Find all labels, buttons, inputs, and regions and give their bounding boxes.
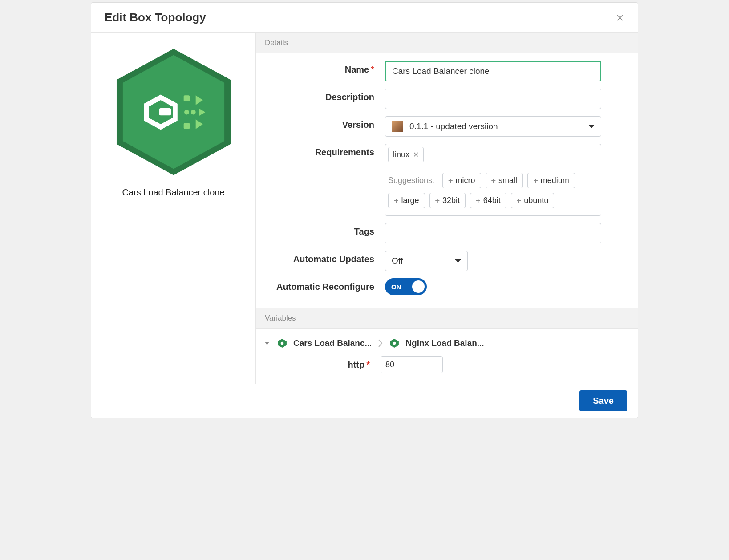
chevron-down-icon xyxy=(588,125,595,128)
label-http: http* xyxy=(265,360,381,370)
plus-icon: + xyxy=(394,197,399,205)
box-mini-icon xyxy=(277,338,287,348)
suggestion-32bit[interactable]: +32bit xyxy=(429,193,466,208)
edit-box-topology-modal: Edit Box Topology xyxy=(91,2,638,418)
requirement-tag-linux[interactable]: linux ✕ xyxy=(388,147,424,162)
suggestions-label: Suggestions: xyxy=(388,176,434,185)
row-auto-updates: Automatic Updates Off xyxy=(269,251,624,271)
plus-icon: + xyxy=(476,197,481,205)
close-button[interactable] xyxy=(615,12,625,23)
sidebar-box-name: Cars Load Balancer clone xyxy=(122,187,224,198)
variables-breadcrumb: Cars Load Balanc... Nginx Load Balan... xyxy=(265,336,629,356)
svg-marker-13 xyxy=(195,119,202,129)
close-icon xyxy=(616,13,624,22)
suggestion-micro[interactable]: +micro xyxy=(442,173,481,188)
box-hex-logo xyxy=(111,46,236,178)
svg-point-17 xyxy=(393,342,396,345)
row-requirements: Requirements linux ✕ Suggestions: +micro xyxy=(269,144,624,216)
breadcrumb-item[interactable]: Nginx Load Balan... xyxy=(405,338,484,348)
auto-reconfigure-toggle[interactable]: ON xyxy=(385,278,427,295)
suggestion-large[interactable]: +large xyxy=(388,193,425,208)
label-auto-reconfigure: Automatic Reconfigure xyxy=(269,278,385,292)
svg-rect-6 xyxy=(159,108,171,115)
plus-icon: + xyxy=(491,177,496,185)
http-input[interactable] xyxy=(381,357,443,373)
label-tags: Tags xyxy=(269,223,385,237)
details-form: Name* Description Version xyxy=(256,53,638,308)
svg-marker-8 xyxy=(195,95,202,105)
details-section-header: Details xyxy=(256,33,638,53)
suggestion-ubuntu[interactable]: +ubuntu xyxy=(511,193,555,208)
tags-input[interactable] xyxy=(385,223,601,243)
variable-row-http: http* ▲ ▼ xyxy=(265,356,629,373)
breadcrumb-separator-icon xyxy=(378,338,383,348)
http-input-wrap: ▲ ▼ xyxy=(381,356,443,373)
required-marker: * xyxy=(366,360,370,369)
avatar-icon xyxy=(392,121,403,132)
auto-updates-select[interactable]: Off xyxy=(385,251,468,271)
modal-header: Edit Box Topology xyxy=(91,3,638,33)
version-select[interactable]: 0.1.1 - updated versiion xyxy=(385,116,601,137)
row-version: Version 0.1.1 - updated versiion xyxy=(269,116,624,137)
collapse-caret-icon[interactable] xyxy=(265,342,269,345)
variables-section-header: Variables xyxy=(256,308,638,329)
row-name: Name* xyxy=(269,61,624,81)
name-input[interactable] xyxy=(385,61,601,81)
remove-tag-icon[interactable]: ✕ xyxy=(413,150,419,159)
plus-icon: + xyxy=(533,177,538,185)
modal-body: Cars Load Balancer clone Details Name* D… xyxy=(91,33,638,384)
svg-marker-11 xyxy=(199,108,205,115)
sidebar: Cars Load Balancer clone xyxy=(91,33,256,384)
auto-updates-value: Off xyxy=(392,256,403,266)
label-version: Version xyxy=(269,116,385,130)
breadcrumb-item[interactable]: Cars Load Balanc... xyxy=(293,338,372,348)
plus-icon: + xyxy=(435,197,440,205)
svg-point-10 xyxy=(190,110,195,114)
row-auto-reconfigure: Automatic Reconfigure ON xyxy=(269,278,624,295)
svg-rect-12 xyxy=(183,123,190,129)
requirements-suggestions: Suggestions: +micro +small +medium +larg… xyxy=(388,166,598,208)
description-input[interactable] xyxy=(385,89,601,109)
suggestion-64bit[interactable]: +64bit xyxy=(470,193,506,208)
variables-body: Cars Load Balanc... Nginx Load Balan... … xyxy=(256,329,638,384)
version-value: 0.1.1 - updated versiion xyxy=(409,122,498,131)
row-description: Description xyxy=(269,89,624,109)
label-description: Description xyxy=(269,89,385,102)
hex-glyph-icon xyxy=(141,92,207,132)
row-tags: Tags xyxy=(269,223,624,243)
chevron-down-icon xyxy=(455,259,461,263)
svg-point-15 xyxy=(281,342,284,345)
box-mini-icon xyxy=(389,338,399,348)
toggle-on-label: ON xyxy=(391,283,401,291)
svg-point-9 xyxy=(184,110,189,114)
svg-rect-7 xyxy=(183,95,190,101)
plus-icon: + xyxy=(448,177,453,185)
toggle-knob-icon xyxy=(412,280,425,293)
modal-footer: Save xyxy=(91,384,638,418)
label-auto-updates: Automatic Updates xyxy=(269,251,385,264)
suggestion-medium[interactable]: +medium xyxy=(527,173,575,188)
required-marker: * xyxy=(371,65,374,74)
label-requirements: Requirements xyxy=(269,144,385,158)
plus-icon: + xyxy=(517,197,522,205)
modal-title: Edit Box Topology xyxy=(105,11,206,24)
suggestion-small[interactable]: +small xyxy=(486,173,523,188)
save-button[interactable]: Save xyxy=(579,390,627,411)
label-name: Name* xyxy=(269,61,385,75)
main-panel: Details Name* Description xyxy=(256,33,638,384)
requirements-tagbox[interactable]: linux ✕ Suggestions: +micro +small +medi… xyxy=(385,144,601,216)
